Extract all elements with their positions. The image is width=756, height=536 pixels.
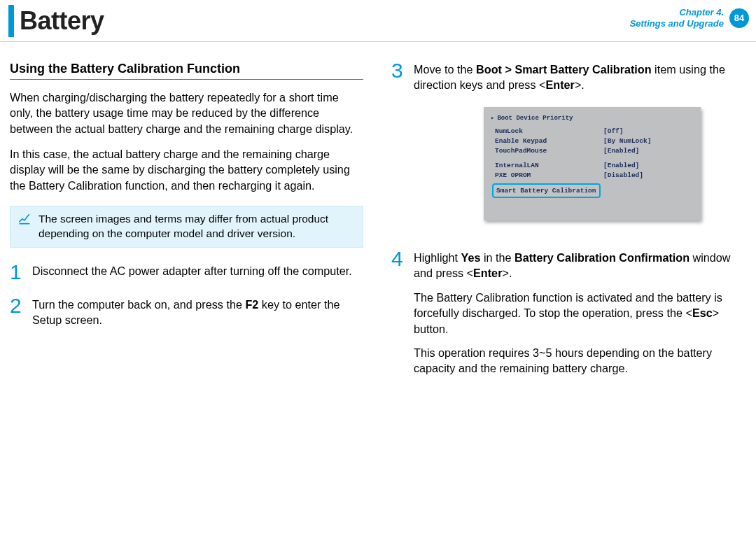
step-number: 2 [10,297,22,328]
triangle-icon: ▸ [491,114,494,122]
right-column: 3 Move to the Boot > Smart Battery Calib… [391,62,745,376]
step-4-text-1: Highlight Yes in the Battery Calibration… [414,250,745,281]
step-3-text: Move to the Boot > Smart Battery Calibra… [414,62,745,93]
step-3: 3 Move to the Boot > Smart Battery Calib… [391,62,745,234]
accent-bar [8,5,14,37]
page-header: Battery Chapter 4. Settings and Upgrade … [0,0,756,42]
step-1-body: Disconnect the AC power adapter after tu… [32,263,352,281]
page-title: Battery [20,6,104,36]
step-2-text: Turn the computer back on, and press the… [32,297,363,328]
bios-spacer [491,155,694,161]
step-number: 4 [391,250,404,376]
left-column: Using the Battery Calibration Function W… [10,62,363,376]
bios-heading: ▸ Boot Device Priority [491,114,694,122]
step-4-body: Highlight Yes in the Battery Calibration… [414,250,745,376]
bios-highlighted-item: Smart Battery Calibration [492,183,601,198]
step-number: 1 [10,263,22,281]
step-number: 3 [391,62,404,234]
bios-panel: ▸ Boot Device Priority NumLock[Off] Enab… [484,107,701,220]
bios-row: Enable Keypad[By NumLock] [491,136,694,146]
step-2: 2 Turn the computer back on, and press t… [10,297,363,328]
intro-paragraph-1: When charging/discharging the battery re… [10,90,363,136]
section-heading: Using the Battery Calibration Function [10,62,363,80]
bios-row: InternalLAN[Enabled] [491,161,694,171]
chapter-line: Chapter 4. [630,7,724,18]
note-box: The screen images and terms may differ f… [10,206,363,248]
step-1: 1 Disconnect the AC power adapter after … [10,263,363,281]
note-text: The screen images and terms may differ f… [38,212,354,241]
bios-screenshot: ▸ Boot Device Priority NumLock[Off] Enab… [484,107,701,220]
bios-row: TouchPadMouse[Enabled] [491,146,694,156]
header-left: Battery [8,0,104,41]
step-3-body: Move to the Boot > Smart Battery Calibra… [414,62,745,234]
step-1-text: Disconnect the AC power adapter after tu… [32,263,352,278]
step-4-text-2: The Battery Calibration function is acti… [414,290,745,337]
chapter-block: Chapter 4. Settings and Upgrade [630,7,724,30]
step-4: 4 Highlight Yes in the Battery Calibrati… [391,250,745,376]
bios-row: NumLock[Off] [491,127,694,136]
page-number-badge: 84 [729,8,749,28]
intro-paragraph-2: In this case, the actual battery charge … [10,146,363,193]
bios-row: PXE OPROM[Disabled] [491,171,694,181]
content-area: Using the Battery Calibration Function W… [0,42,756,376]
step-4-text-3: This operation requires 3~5 hours depend… [414,345,745,376]
step-2-body: Turn the computer back on, and press the… [32,297,363,328]
header-right: Chapter 4. Settings and Upgrade 84 [630,0,756,30]
note-icon [18,212,31,241]
chapter-subline: Settings and Upgrade [630,18,724,29]
